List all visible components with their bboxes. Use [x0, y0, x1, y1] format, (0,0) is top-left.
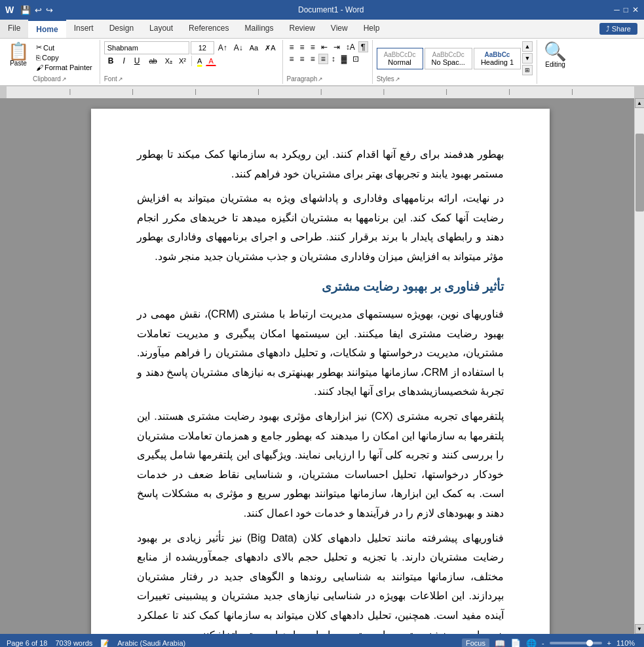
- superscript-btn[interactable]: X²: [176, 56, 189, 66]
- zoom-slider-thumb[interactable]: [586, 640, 593, 646]
- maximize-btn[interactable]: □: [624, 5, 628, 14]
- paragraph-group: ≡ ≡ ≡ ⇤ ⇥ ↕A ¶ ≡ ≡ ≡ ≡ ↕ ▓ ⊡ Paragraph ↗: [283, 40, 373, 84]
- style-heading1[interactable]: AaBbCc Heading 1: [474, 48, 521, 69]
- close-btn[interactable]: ✕: [632, 5, 639, 14]
- tab-insert[interactable]: Insert: [66, 20, 102, 38]
- tab-file[interactable]: File: [0, 20, 28, 38]
- clear-format-btn[interactable]: ✗A: [262, 41, 278, 54]
- multilevel-btn[interactable]: ≡: [308, 41, 318, 52]
- ruler-edge-left: [0, 86, 7, 98]
- justify-btn[interactable]: ≡: [318, 54, 328, 64]
- styles-scroll-btns: ▲ ▼ ⊞: [522, 41, 533, 75]
- sort-btn[interactable]: ↕A: [343, 41, 358, 52]
- style-normal[interactable]: AaBbCcDc Normal: [377, 48, 423, 69]
- vertical-scrollbar[interactable]: ▲ ▼: [634, 98, 644, 634]
- status-bar: Page 6 of 18 7039 words 📝 Arabic (Saudi …: [0, 634, 644, 647]
- page: بهطور هدفمند برای رفع آنها اقدام کنند. ا…: [91, 109, 550, 634]
- status-right: Focus 📖 📄 🌐 - + 110%: [462, 638, 637, 648]
- italic-btn[interactable]: I: [119, 56, 128, 66]
- paragraph-label: Paragraph ↗: [287, 75, 368, 83]
- text-highlight-btn[interactable]: A: [195, 56, 204, 66]
- font-format-row: B I U ab X₂ X² A A: [104, 56, 278, 66]
- decrease-indent-btn[interactable]: ⇤: [318, 41, 330, 52]
- scroll-up-btn[interactable]: ▲: [635, 98, 645, 108]
- styles-expand[interactable]: ⊞: [522, 65, 533, 75]
- save-quick-btn[interactable]: 💾: [20, 5, 31, 15]
- clipboard-small-btns: ✂ Cut ⎘ Copy 🖌 Format Painter: [33, 41, 96, 75]
- styles-group: AaBbCcDc Normal AaBbCcDc No Spac... AaBb…: [373, 40, 537, 84]
- tab-view[interactable]: View: [323, 20, 356, 38]
- page-content: بهطور هدفمند برای رفع آنها اقدام کنند. ا…: [137, 145, 504, 634]
- ribbon-tabs: File Home Insert Design Layout Reference…: [0, 20, 644, 39]
- subscript-btn[interactable]: X₂: [162, 56, 175, 66]
- line-spacing-btn[interactable]: ↕: [329, 54, 338, 64]
- page-info: Page 6 of 18: [7, 639, 47, 647]
- align-left-btn[interactable]: ≡: [287, 54, 297, 64]
- find-btn[interactable]: 🔍 Editing: [544, 43, 567, 68]
- format-painter-btn[interactable]: 🖌 Format Painter: [34, 63, 94, 72]
- cut-btn[interactable]: ✂ Cut: [34, 43, 94, 52]
- read-mode-icon[interactable]: 📖: [495, 638, 505, 648]
- clipboard-label: Clipboard ↗: [33, 75, 67, 83]
- quick-access-bar: W 💾 ↩ ↪ Document1 - Word ─ □ ✕: [0, 0, 644, 20]
- increase-indent-btn[interactable]: ⇥: [331, 41, 343, 52]
- section-para-3: فناوریهای پیشرفته مانند تحلیل دادههای کل…: [137, 528, 504, 634]
- word-count: 7039 words: [55, 639, 92, 647]
- strikethrough-btn[interactable]: ab: [145, 56, 161, 66]
- ruler-edge-right: [634, 86, 644, 98]
- font-name-size-row: A↑ A↓ Aa ✗A: [104, 41, 278, 54]
- font-name-input[interactable]: [104, 41, 189, 54]
- scroll-thumb[interactable]: [635, 134, 644, 211]
- tab-help[interactable]: Help: [356, 20, 388, 38]
- share-btn[interactable]: ⤴ Share: [593, 20, 644, 38]
- paste-btn[interactable]: 📋 Paste: [4, 41, 33, 75]
- styles-scroll-up[interactable]: ▲: [522, 41, 533, 52]
- show-marks-btn[interactable]: ¶: [358, 41, 368, 52]
- align-right-btn[interactable]: ≡: [308, 54, 318, 64]
- tab-references[interactable]: References: [181, 20, 237, 38]
- styles-content: AaBbCcDc Normal AaBbCcDc No Spac... AaBb…: [377, 41, 533, 75]
- proofing-icon[interactable]: 📝: [100, 639, 109, 648]
- web-layout-icon[interactable]: 🌐: [526, 638, 537, 648]
- undo-quick-btn[interactable]: ↩: [35, 5, 42, 15]
- tab-layout[interactable]: Layout: [142, 20, 181, 38]
- decrease-font-btn[interactable]: A↓: [231, 41, 246, 54]
- focus-btn[interactable]: Focus: [462, 638, 489, 647]
- scroll-track[interactable]: [635, 108, 645, 624]
- bold-btn[interactable]: B: [104, 56, 118, 66]
- para-row2: ≡ ≡ ≡ ≡ ↕ ▓ ⊡: [287, 54, 368, 64]
- language[interactable]: Arabic (Saudi Arabia): [117, 639, 185, 647]
- font-color-btn[interactable]: A: [206, 56, 216, 66]
- tab-design[interactable]: Design: [102, 20, 142, 38]
- para-1: بهطور هدفمند برای رفع آنها اقدام کنند. ا…: [137, 145, 504, 183]
- page-scroll[interactable]: بهطور هدفمند برای رفع آنها اقدام کنند. ا…: [7, 98, 634, 634]
- underline-btn[interactable]: U: [130, 56, 144, 66]
- scroll-down-btn[interactable]: ▼: [635, 624, 645, 634]
- change-case-btn[interactable]: Aa: [247, 41, 261, 54]
- print-layout-icon[interactable]: 📄: [510, 638, 521, 648]
- style-no-spacing[interactable]: AaBbCcDc No Spac...: [425, 48, 472, 69]
- numbering-btn[interactable]: ≡: [297, 41, 307, 52]
- tab-home[interactable]: Home: [28, 20, 66, 38]
- search-icon: 🔍: [544, 43, 567, 61]
- zoom-plus-btn[interactable]: +: [607, 639, 611, 647]
- ruler: | | | | | | | | |: [0, 86, 644, 98]
- copy-btn[interactable]: ⎘ Copy: [34, 53, 94, 62]
- borders-btn[interactable]: ⊡: [350, 54, 362, 64]
- tab-review[interactable]: Review: [281, 20, 322, 38]
- zoom-level[interactable]: 110%: [616, 639, 637, 647]
- increase-font-btn[interactable]: A↑: [216, 41, 230, 54]
- para-2: در نهایت، ارائه برنامههای وفاداری و پادا…: [137, 189, 504, 266]
- center-btn[interactable]: ≡: [297, 54, 307, 64]
- zoom-slider[interactable]: [550, 642, 602, 644]
- font-group: A↑ A↓ Aa ✗A B I U ab X₂ X² A A Font ↗: [100, 40, 283, 84]
- tab-mailings[interactable]: Mailings: [237, 20, 281, 38]
- redo-quick-btn[interactable]: ↪: [46, 5, 53, 15]
- bullets-btn[interactable]: ≡: [287, 41, 297, 52]
- minimize-btn[interactable]: ─: [614, 5, 620, 14]
- styles-scroll-down[interactable]: ▼: [522, 53, 533, 64]
- shading-btn[interactable]: ▓: [339, 54, 350, 64]
- clipboard-content: 📋 Paste ✂ Cut ⎘ Copy 🖌 Format Painter: [4, 41, 96, 75]
- font-size-input[interactable]: [191, 41, 214, 54]
- zoom-minus-btn[interactable]: -: [542, 639, 544, 647]
